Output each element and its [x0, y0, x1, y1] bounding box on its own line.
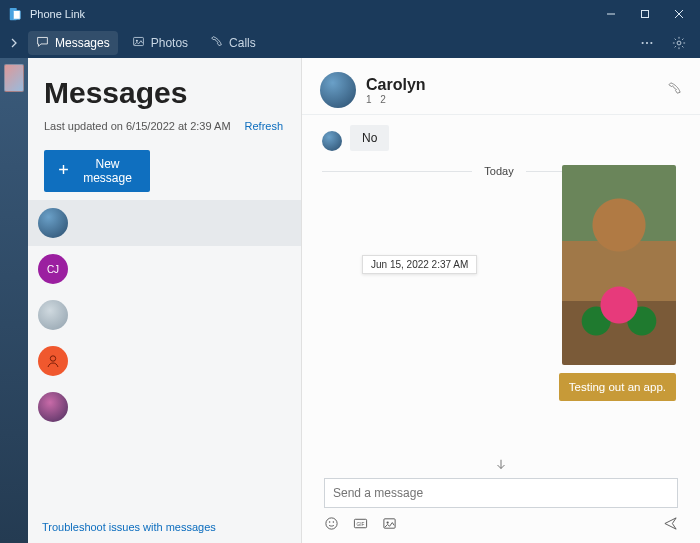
chat-body: No Today Jun 15, 2022 2:37 AM Testing ou… — [302, 115, 700, 458]
svg-point-5 — [642, 42, 644, 44]
chat-icon — [36, 35, 49, 51]
svg-point-12 — [333, 521, 335, 523]
incoming-message: No — [322, 125, 676, 151]
person-icon — [45, 353, 61, 369]
new-message-button[interactable]: New message — [44, 150, 150, 192]
tab-label: Messages — [55, 36, 110, 50]
refresh-link[interactable]: Refresh — [245, 120, 284, 132]
page-title: Messages — [44, 76, 285, 110]
conversation-item[interactable] — [28, 200, 301, 246]
contact-avatar[interactable] — [320, 72, 356, 108]
svg-point-4 — [136, 40, 138, 42]
avatar — [322, 131, 342, 151]
svg-point-10 — [326, 518, 337, 529]
phone-icon — [210, 35, 223, 51]
avatar — [38, 208, 68, 238]
back-button[interactable] — [4, 38, 22, 48]
contact-phone: 1 2 — [366, 94, 426, 105]
last-updated: Last updated on 6/15/2022 at 2:39 AM — [44, 120, 231, 132]
svg-rect-2 — [642, 11, 649, 18]
gif-button[interactable]: GIF — [353, 516, 368, 535]
avatar: CJ — [38, 254, 68, 284]
tab-label: Calls — [229, 36, 256, 50]
settings-button[interactable] — [666, 36, 692, 50]
svg-point-7 — [650, 42, 652, 44]
troubleshoot-link[interactable]: Troubleshoot issues with messages — [28, 512, 301, 543]
send-button[interactable] — [663, 516, 678, 535]
tab-calls[interactable]: Calls — [202, 31, 264, 55]
svg-rect-1 — [13, 11, 20, 20]
avatar — [38, 346, 68, 376]
chat-panel: Carolyn 1 2 No Today Jun 15, 2022 2:37 A… — [302, 58, 700, 543]
image-button[interactable] — [382, 516, 397, 535]
date-label: Today — [484, 165, 513, 177]
scroll-down-button[interactable] — [302, 458, 700, 474]
svg-point-9 — [50, 356, 55, 361]
conversation-item[interactable] — [28, 292, 301, 338]
more-button[interactable] — [634, 36, 660, 50]
svg-point-8 — [677, 41, 681, 45]
app-title: Phone Link — [30, 8, 85, 20]
tab-label: Photos — [151, 36, 188, 50]
conversation-item[interactable] — [28, 338, 301, 384]
plus-icon — [58, 164, 69, 178]
new-message-label: New message — [79, 157, 136, 185]
app-icon — [8, 7, 22, 21]
sidebar: Messages Last updated on 6/15/2022 at 2:… — [28, 58, 302, 543]
close-button[interactable] — [662, 0, 696, 28]
photo-icon — [132, 35, 145, 51]
contact-name: Carolyn — [366, 76, 426, 94]
message-input[interactable] — [333, 486, 669, 500]
svg-point-11 — [329, 521, 331, 523]
tab-messages[interactable]: Messages — [28, 31, 118, 55]
svg-point-16 — [387, 521, 389, 523]
cactus-photo — [562, 165, 676, 365]
tab-photos[interactable]: Photos — [124, 31, 196, 55]
svg-text:GIF: GIF — [357, 522, 365, 527]
message-composer[interactable] — [324, 478, 678, 508]
timestamp-tooltip: Jun 15, 2022 2:37 AM — [362, 255, 477, 274]
outgoing-message[interactable]: Testing out an app. — [559, 373, 676, 401]
maximize-button[interactable] — [628, 0, 662, 28]
conversation-item[interactable] — [28, 384, 301, 430]
minimize-button[interactable] — [594, 0, 628, 28]
call-button[interactable] — [667, 81, 682, 100]
device-strip — [0, 58, 28, 543]
device-thumb[interactable] — [4, 64, 24, 92]
outgoing-image[interactable] — [562, 165, 676, 365]
conversation-item[interactable]: CJ — [28, 246, 301, 292]
composer-toolbar: GIF — [302, 514, 700, 543]
chat-header: Carolyn 1 2 — [302, 58, 700, 115]
conversation-list: CJ — [28, 200, 301, 512]
toolbar: Messages Photos Calls — [0, 28, 700, 58]
emoji-button[interactable] — [324, 516, 339, 535]
svg-point-6 — [646, 42, 648, 44]
avatar — [38, 300, 68, 330]
title-bar: Phone Link — [0, 0, 700, 28]
message-bubble[interactable]: No — [350, 125, 389, 151]
avatar — [38, 392, 68, 422]
avatar-initials: CJ — [47, 264, 59, 275]
